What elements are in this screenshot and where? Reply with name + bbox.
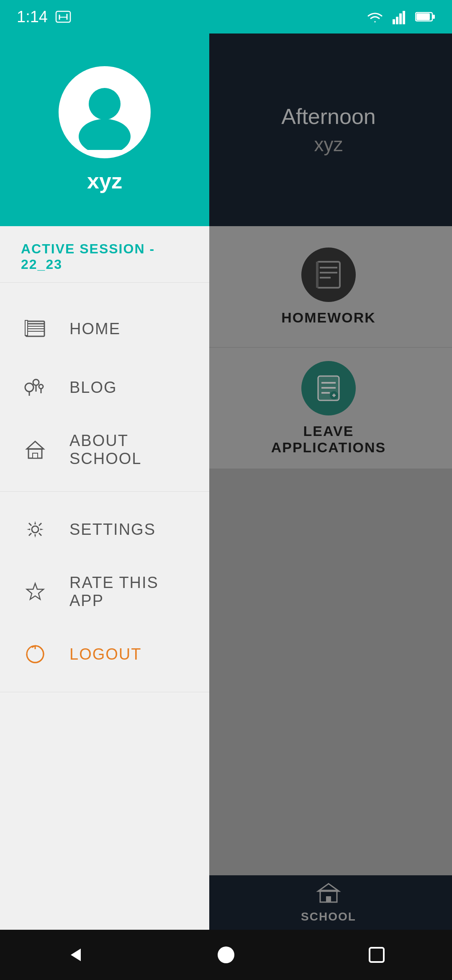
nav-label-logout: LOGOUT	[69, 645, 141, 663]
logout-icon	[21, 640, 49, 668]
nav-label-about-school: ABOUT SCHOOL	[69, 432, 188, 468]
svg-point-15	[89, 88, 121, 120]
nav-item-blog[interactable]: BLOG	[0, 358, 209, 417]
svg-rect-31	[33, 453, 38, 458]
nav-items: HOME BLOG	[0, 283, 209, 939]
nav-drawer: xyz ACTIVE SESSION - 22_23 HOME	[0, 0, 209, 980]
svg-point-23	[25, 383, 33, 392]
nav-group-1: HOME BLOG	[0, 291, 209, 492]
sim-icon	[55, 10, 71, 23]
battery-icon	[415, 11, 435, 23]
avatar	[59, 66, 151, 158]
svg-rect-40	[396, 17, 398, 24]
svg-rect-48	[370, 948, 384, 962]
session-label: ACTIVE SESSION - 22_23	[0, 226, 209, 283]
drawer-username: xyz	[87, 168, 122, 193]
nav-label-settings: SETTINGS	[69, 521, 156, 539]
home-icon	[21, 315, 49, 343]
svg-marker-29	[27, 441, 44, 449]
star-icon	[21, 578, 49, 606]
settings-icon	[21, 515, 49, 544]
about-school-icon	[21, 436, 49, 464]
drawer-header: xyz	[0, 0, 209, 226]
svg-point-32	[32, 526, 39, 533]
nav-label-blog: BLOG	[69, 379, 117, 397]
svg-point-47	[218, 946, 234, 963]
recents-button[interactable]	[352, 938, 402, 972]
status-time: 1:14	[17, 8, 48, 26]
signal-icon	[393, 9, 408, 24]
svg-marker-33	[27, 583, 44, 599]
status-bar: 1:14	[0, 0, 452, 34]
nav-item-about-school[interactable]: ABOUT SCHOOL	[0, 417, 209, 483]
wifi-icon	[365, 9, 385, 24]
nav-label-home: HOME	[69, 320, 121, 338]
svg-rect-22	[25, 320, 28, 335]
svg-marker-46	[71, 949, 81, 961]
home-button[interactable]	[201, 938, 251, 972]
svg-rect-42	[403, 11, 405, 24]
svg-rect-41	[399, 13, 402, 24]
nav-group-2: SETTINGS RATE THIS APP L	[0, 492, 209, 692]
svg-point-24	[33, 379, 39, 385]
svg-rect-39	[393, 19, 395, 24]
svg-rect-45	[433, 15, 435, 19]
nav-item-home[interactable]: HOME	[0, 299, 209, 358]
svg-point-25	[39, 384, 43, 389]
blog-icon	[21, 373, 49, 402]
nav-item-rate-app[interactable]: RATE THIS APP	[0, 559, 209, 625]
back-button[interactable]	[50, 938, 100, 972]
nav-item-settings[interactable]: SETTINGS	[0, 500, 209, 559]
nav-item-logout[interactable]: LOGOUT	[0, 625, 209, 683]
drawer-overlay[interactable]	[205, 0, 452, 980]
svg-rect-44	[416, 13, 430, 20]
status-left: 1:14	[17, 8, 71, 26]
svg-point-16	[79, 119, 131, 150]
nav-bar	[0, 930, 452, 980]
nav-label-rate-app: RATE THIS APP	[69, 574, 188, 610]
status-right	[365, 9, 435, 24]
